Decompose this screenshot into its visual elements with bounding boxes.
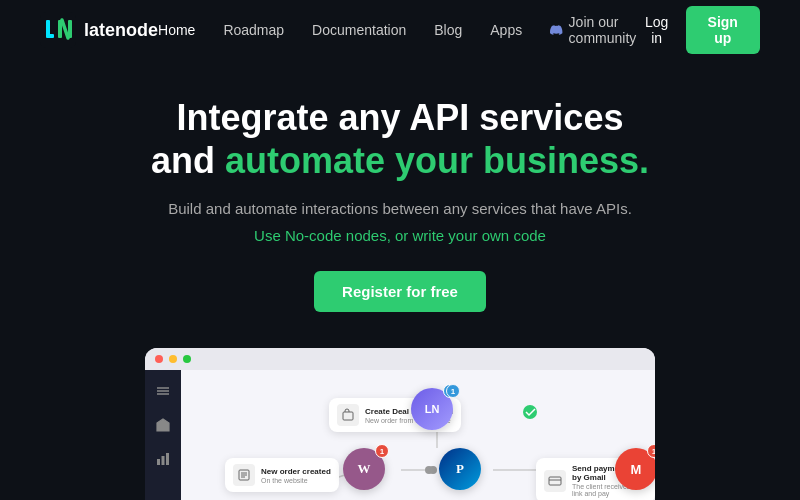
nav-apps[interactable]: Apps (490, 22, 522, 38)
logo-text: latenode (84, 20, 158, 41)
titlebar-dot-yellow (169, 355, 177, 363)
svg-point-10 (425, 466, 433, 474)
discord-icon (550, 20, 562, 40)
hero-section: Integrate any API services and automate … (0, 60, 800, 332)
sidebar-expand-icon[interactable] (154, 382, 172, 400)
demo-sidebar (145, 370, 181, 500)
discord-link[interactable]: Join our community (550, 14, 644, 46)
svg-point-11 (429, 466, 437, 474)
sidebar-home-icon[interactable] (154, 416, 172, 434)
svg-rect-5 (157, 459, 160, 465)
demo-canvas: Create Deal in the CRM New order from th… (181, 370, 655, 500)
nav-home[interactable]: Home (158, 22, 195, 38)
nav-blog[interactable]: Blog (434, 22, 462, 38)
login-button[interactable]: Log in (644, 14, 670, 46)
demo-window: Create Deal in the CRM New order from th… (145, 348, 655, 500)
register-button[interactable]: Register for free (314, 271, 486, 312)
woo-app-icon: W 1 (343, 448, 385, 490)
demo-body: Create Deal in the CRM New order from th… (145, 370, 655, 500)
logo-icon (40, 12, 76, 48)
navbar: latenode Home Roadmap Documentation Blog… (0, 0, 800, 60)
paypal-app-icon: P (439, 448, 481, 490)
discord-label: Join our community (569, 14, 644, 46)
latenode-badge: 1 (446, 384, 460, 398)
svg-rect-17 (549, 477, 561, 485)
nav-documentation[interactable]: Documentation (312, 22, 406, 38)
demo-titlebar (145, 348, 655, 370)
gmail-app-icon: M 1 (615, 448, 655, 490)
titlebar-dot-green (183, 355, 191, 363)
nav-auth: Log in Sign up (644, 6, 760, 54)
svg-rect-1 (46, 20, 50, 36)
svg-rect-15 (343, 412, 353, 420)
svg-point-14 (523, 405, 537, 419)
order-node: New order created On the website (225, 458, 339, 492)
logo[interactable]: latenode (40, 12, 158, 48)
svg-rect-7 (166, 453, 169, 465)
svg-rect-6 (162, 456, 165, 465)
titlebar-dot-red (155, 355, 163, 363)
svg-rect-2 (46, 34, 54, 38)
hero-heading: Integrate any API services and automate … (20, 96, 780, 182)
nav-roadmap[interactable]: Roadmap (223, 22, 284, 38)
sidebar-chart-icon[interactable] (154, 450, 172, 468)
signup-button[interactable]: Sign up (686, 6, 760, 54)
nav-links: Home Roadmap Documentation Blog Apps Joi… (158, 14, 644, 46)
hero-subtext: Build and automate interactions between … (20, 198, 780, 247)
